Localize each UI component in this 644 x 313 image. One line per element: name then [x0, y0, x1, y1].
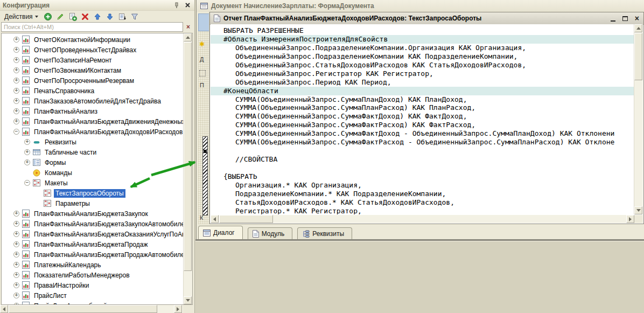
expander-minus-icon[interactable]: −	[13, 129, 19, 135]
expander-plus-icon[interactable]: +	[13, 221, 19, 227]
splitter-handle[interactable]	[202, 136, 208, 215]
tree-item[interactable]: +ПланЗаказовАвтомобилейДляТестДрайва	[2, 96, 192, 106]
scroll-left-icon[interactable]	[211, 215, 219, 223]
expander-spacer	[35, 200, 41, 206]
tab-module[interactable]: Модуль	[248, 227, 293, 239]
tree-item[interactable]: +ОтчетОКонтактнойИнформации	[2, 34, 192, 45]
expander-plus-icon[interactable]: +	[13, 252, 19, 258]
tree-item[interactable]: −Макеты	[2, 178, 192, 188]
tree-item-label: Макеты	[43, 179, 69, 187]
move-down-icon[interactable]	[106, 12, 114, 21]
report-icon	[22, 128, 30, 136]
expander-plus-icon[interactable]: +	[13, 108, 19, 114]
document-form-titlebar[interactable]: Документ НачислениеЗарплаты: ФормаДокуме…	[197, 0, 644, 12]
delete-icon[interactable]	[81, 12, 89, 21]
editor-horizontal-scrollbar[interactable]	[211, 215, 634, 223]
editor-vscroll-thumb[interactable]	[634, 33, 642, 80]
scroll-down-icon[interactable]	[184, 296, 192, 304]
editor-hscroll-thumb[interactable]	[219, 215, 273, 223]
expander-plus-icon[interactable]: +	[13, 47, 19, 53]
move-up-icon[interactable]	[93, 12, 102, 21]
tree-item-label: ОтчетОКонтактнойИнформации	[32, 36, 132, 44]
report-icon	[22, 240, 30, 248]
tab-attributes[interactable]: Реквизиты	[297, 227, 352, 239]
minimize-icon[interactable]	[611, 16, 615, 22]
scroll-up-icon[interactable]	[184, 33, 192, 41]
tree-item[interactable]: +ПланФактныйАнализБюджетаДвиженияДенежны…	[2, 116, 192, 127]
tree-item[interactable]: +Табличные части	[2, 147, 192, 157]
tree-vertical-scrollbar[interactable]	[183, 33, 192, 304]
tree-item[interactable]: +ПлатежныйКалендарь	[2, 260, 192, 270]
tree-item[interactable]: +ОтчетПоЗаписиНаРемонт	[2, 55, 192, 65]
expander-plus-icon[interactable]: +	[13, 98, 19, 104]
scroll-left-icon[interactable]	[0, 305, 8, 313]
close-window-icon[interactable]: ×	[635, 16, 639, 21]
close-icon[interactable]	[183, 2, 192, 9]
tree-item-label: ПланФактныйАнализБюджетаЗакупокАвтомобил…	[32, 220, 190, 228]
tree-hscroll-thumb[interactable]	[9, 305, 157, 313]
tree-item[interactable]: +ОтчетПоПросроченнымРезервам	[2, 75, 192, 86]
expander-plus-icon[interactable]: +	[13, 37, 19, 43]
tree-item[interactable]: +ПланФактныйАнализБюджетаЗакупок	[2, 208, 192, 219]
pin-icon[interactable]	[172, 2, 181, 9]
tree-item[interactable]: +ОтчетПоЗвонкамИКонтактам	[2, 65, 192, 75]
query-window-titlebar[interactable]: Отчет ПланФактныйАнализБюджетаДоходовИРа…	[210, 12, 643, 25]
expander-plus-icon[interactable]: +	[13, 78, 19, 84]
tree-vscroll-thumb[interactable]	[184, 42, 192, 271]
form-element-fragment	[198, 13, 209, 31]
tree-item[interactable]: +ПоказателиРаботыМенеджеров	[2, 270, 192, 280]
report-icon	[22, 36, 30, 44]
layout-icon	[44, 200, 51, 207]
scroll-down-icon[interactable]	[634, 206, 642, 214]
expander-plus-icon[interactable]: +	[13, 272, 19, 278]
expander-plus-icon[interactable]: +	[13, 262, 19, 268]
expander-plus-icon[interactable]: +	[24, 149, 30, 155]
expander-plus-icon[interactable]: +	[13, 293, 19, 298]
expander-plus-icon[interactable]: +	[24, 139, 30, 145]
expander-plus-icon[interactable]: +	[13, 57, 19, 63]
expander-plus-icon[interactable]: +	[13, 67, 19, 73]
copy-add-icon[interactable]	[68, 12, 77, 21]
tree-item[interactable]: +Формы	[2, 157, 192, 168]
tree-item[interactable]: +ПланФактныйАнализБюджетаОказанияУслугПо…	[2, 229, 192, 239]
expander-plus-icon[interactable]: +	[13, 211, 19, 217]
tree-item[interactable]: Команды	[2, 168, 192, 178]
tree-item[interactable]: +ПрайсЛист	[2, 290, 192, 301]
expander-plus-icon[interactable]: +	[13, 231, 19, 237]
scroll-up-icon[interactable]	[634, 24, 642, 32]
scroll-right-icon[interactable]	[174, 305, 182, 313]
scroll-right-icon[interactable]	[626, 215, 634, 223]
expander-plus-icon[interactable]: +	[13, 119, 19, 124]
workspace-divider	[195, 239, 644, 241]
sort-list-icon[interactable]	[118, 12, 127, 21]
tree-item[interactable]: ТекстЗапросаОбороты	[2, 188, 192, 198]
tree-item[interactable]: +ПечатьСправочника	[2, 86, 192, 96]
expander-plus-icon[interactable]: +	[24, 159, 30, 165]
search-input[interactable]: Поиск (Ctrl+Alt+M)	[1, 22, 183, 32]
report-icon	[22, 117, 30, 126]
tree-item[interactable]: +Реквизиты	[2, 137, 192, 147]
maximize-icon[interactable]	[622, 16, 628, 21]
expander-minus-icon[interactable]: −	[24, 180, 30, 186]
tree-item[interactable]: Параметры	[2, 198, 192, 208]
expander-plus-icon[interactable]: +	[13, 88, 19, 94]
tree-item[interactable]: +ПланФактныйАнализБюджетаПродажАвтомобил…	[2, 249, 192, 260]
edit-icon[interactable]	[56, 12, 65, 21]
tree-item[interactable]: +ПланФактныйАнализ	[2, 106, 192, 116]
tree-item[interactable]: +ОтчетОПроведенныхТестДрайвах	[2, 45, 192, 55]
add-icon[interactable]	[44, 12, 52, 21]
search-clear-icon[interactable]: ×	[184, 22, 192, 32]
tree-item[interactable]: +ПланФактныйАнализБюджетаЗакупокАвтомоби…	[2, 219, 192, 229]
tree-item[interactable]: +ПраваИНастройки	[2, 280, 192, 290]
filter-icon[interactable]	[130, 12, 139, 21]
query-editor[interactable]: ВЫБРАТЬ РАЗРЕШЕННЫЕ#Область ИзмеренияПос…	[211, 24, 643, 214]
tree-horizontal-scrollbar[interactable]	[0, 305, 183, 313]
actions-menu-button[interactable]: Действия	[3, 12, 40, 21]
tree-item[interactable]: +ПрайсЛистАвтомобилей	[2, 301, 192, 305]
tree-item[interactable]: −ПланФактныйАнализБюджетаДоходовИРасходо…	[2, 127, 192, 137]
tree-item[interactable]: +ПланФактныйАнализБюджетаПродаж	[2, 239, 192, 249]
editor-vertical-scrollbar[interactable]	[634, 24, 643, 214]
expander-plus-icon[interactable]: +	[13, 282, 19, 288]
expander-plus-icon[interactable]: +	[13, 241, 19, 247]
tab-dialog[interactable]: Диалог	[198, 226, 243, 239]
